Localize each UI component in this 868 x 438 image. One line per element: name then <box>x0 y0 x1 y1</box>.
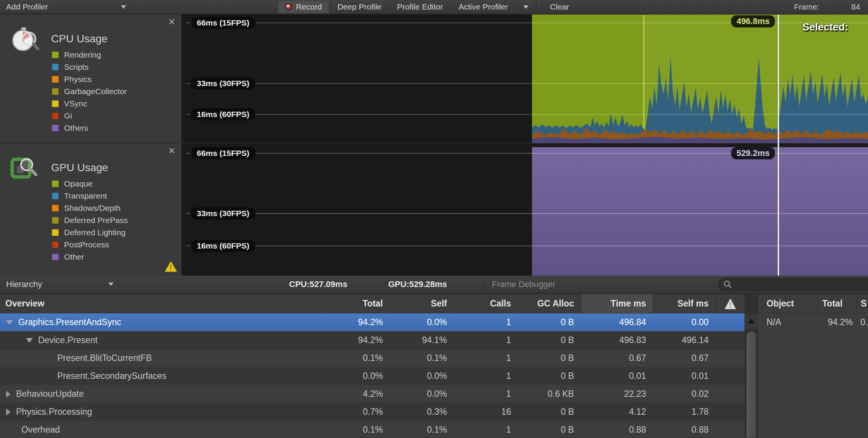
legend-item: Rendering <box>52 49 127 61</box>
legend-item: PostProcess <box>52 239 128 251</box>
column-header-time-ms[interactable]: Time ms <box>581 294 653 314</box>
table-row[interactable]: Physics.Processing 0.7% 0.3% 16 0 B 4.12… <box>0 403 744 421</box>
search-input[interactable] <box>718 278 868 291</box>
chevron-down-icon <box>121 5 126 9</box>
scroll-up-arrow-icon <box>748 319 755 323</box>
scripts-swatch-icon <box>52 64 59 71</box>
clear-button[interactable]: Clear <box>542 0 577 14</box>
view-mode-dropdown[interactable]: Hierarchy <box>6 276 113 293</box>
active-profiler-label: Active Profiler <box>458 2 508 11</box>
object-total: 94.2% <box>818 317 857 327</box>
table-row[interactable]: Present.BlitToCurrentFB 0.1% 0.1% 1 0 B … <box>0 349 744 367</box>
deep-profile-label: Deep Profile <box>338 2 382 11</box>
cpu-gridline-label-66ms: 66ms (15FPS) <box>191 17 256 29</box>
hierarchy-table: Overview Total Self Calls GC Alloc Time … <box>0 294 744 438</box>
rendering-swatch-icon <box>52 51 59 58</box>
expander-closed-icon[interactable] <box>6 409 11 416</box>
column-header-total[interactable]: Total <box>322 294 390 314</box>
cpu-gridline-label-16ms: 16ms (60FPS) <box>191 108 256 120</box>
gpu-gridline-label-66ms: 66ms (15FPS) <box>191 147 256 159</box>
cpu-gridline-label-33ms: 33ms (30FPS) <box>191 77 256 90</box>
divider <box>484 277 485 292</box>
row-label: Device.Present <box>38 335 98 345</box>
legend-item: Others <box>52 122 127 134</box>
chevron-down-icon <box>108 282 114 286</box>
column-header-self-ms[interactable]: Self ms <box>653 294 715 314</box>
table-row[interactable]: Present.SecondarySurfaces 0.0% 0.0% 1 0 … <box>0 367 744 385</box>
toolbar-button-group: Record Deep Profile Profile Editor Activ… <box>278 0 577 14</box>
object-name: N/A <box>758 317 818 327</box>
cpu-selected-frame-time-badge: 496.8ms <box>731 15 775 27</box>
opaque-swatch-icon <box>52 180 59 187</box>
cpu-frame-time: CPU:527.09ms <box>289 276 347 293</box>
legend-item: Shadows/Depth <box>52 202 128 214</box>
selected-frame-line[interactable] <box>778 14 779 276</box>
close-icon[interactable]: × <box>166 144 177 157</box>
close-icon[interactable]: × <box>166 15 177 28</box>
legend-item: VSync <box>52 98 127 110</box>
hierarchy-table-header: Overview Total Self Calls GC Alloc Time … <box>0 294 744 313</box>
garbagecollector-swatch-icon <box>52 88 59 95</box>
gpu-panel-title: GPU Usage <box>51 162 108 174</box>
column-header-gc-alloc[interactable]: GC Alloc <box>518 294 581 314</box>
table-row[interactable]: Overhead 0.1% 0.1% 1 0 B 0.88 0.88 <box>0 421 744 438</box>
column-header-self[interactable]: Self <box>390 294 454 314</box>
scrollbar-thumb[interactable] <box>746 331 757 438</box>
column-header-overview[interactable]: Overview <box>0 294 322 314</box>
frame-debugger-button[interactable]: Frame Debugger <box>492 276 555 293</box>
legend-item: Scripts <box>52 61 127 73</box>
deferred-lighting-swatch-icon <box>52 229 59 236</box>
transparent-swatch-icon <box>52 193 59 199</box>
profiler-modules-sidebar: CPU Usage × Rendering Scripts Physics Ga… <box>0 14 182 276</box>
cpu-panel-title: CPU Usage <box>51 33 108 45</box>
object-row[interactable]: N/A 94.2% 0. <box>758 313 868 331</box>
hierarchy-toolbar: Hierarchy CPU:527.09ms GPU:529.28ms Fram… <box>0 276 868 294</box>
object-panel-header: Object Total S <box>758 294 868 313</box>
table-row[interactable]: BehaviourUpdate 4.2% 0.0% 1 0.6 KB 22.23… <box>0 385 744 403</box>
add-profiler-dropdown[interactable]: Add Profiler <box>0 0 134 14</box>
clear-label: Clear <box>550 2 569 11</box>
selected-frame-caption: Selected: <box>802 21 848 33</box>
table-row[interactable]: Device.Present 94.2% 94.1% 1 0 B 496.83 … <box>0 331 744 349</box>
chevron-down-icon <box>523 5 529 9</box>
profile-editor-label: Profile Editor <box>397 2 443 11</box>
expander-closed-icon[interactable] <box>6 391 11 398</box>
column-header-object[interactable]: Object <box>758 294 818 314</box>
legend-item: Opaque <box>52 178 128 190</box>
legend-item: Gi <box>52 110 127 122</box>
gpu-frame-time: GPU:529.28ms <box>388 276 447 293</box>
warning-icon <box>164 260 177 274</box>
legend-item: Transparent <box>52 190 128 202</box>
row-label: Graphics.PresentAndSync <box>18 317 121 327</box>
profiler-toolbar: Add Profiler Record Deep Profile Profile… <box>0 0 868 14</box>
row-label: Overhead <box>21 425 60 435</box>
profile-editor-button[interactable]: Profile Editor <box>389 0 451 14</box>
column-header-object-total[interactable]: Total <box>818 294 857 314</box>
expander-open-icon[interactable] <box>26 338 33 343</box>
physics-swatch-icon <box>52 76 59 83</box>
hierarchy-panel: Overview Total Self Calls GC Alloc Time … <box>0 294 868 438</box>
legend-item: Deferred Lighting <box>52 226 128 239</box>
column-header-warnings[interactable] <box>715 294 744 314</box>
scroll-up-button[interactable] <box>744 313 758 329</box>
add-profiler-label: Add Profiler <box>6 2 48 11</box>
record-icon <box>285 3 292 10</box>
gpu-usage-module[interactable]: GPU Usage × Opaque Transparent Shadows/D… <box>0 143 181 275</box>
expander-open-icon[interactable] <box>6 320 13 325</box>
row-label: BehaviourUpdate <box>16 389 84 399</box>
gpu-profiler-icon <box>9 154 40 186</box>
active-profiler-dropdown[interactable]: Active Profiler <box>451 0 537 14</box>
vertical-scrollbar[interactable] <box>744 294 758 438</box>
row-label: Physics.Processing <box>16 407 92 417</box>
column-header-object-self[interactable]: S <box>857 294 868 314</box>
gpu-selected-frame-time-badge: 529.2ms <box>731 147 775 159</box>
column-header-calls[interactable]: Calls <box>454 294 518 314</box>
search-icon <box>723 280 732 289</box>
cpu-usage-module[interactable]: CPU Usage × Rendering Scripts Physics Ga… <box>0 14 181 143</box>
gpu-gridline-label-33ms: 33ms (30FPS) <box>191 207 256 220</box>
record-button[interactable]: Record <box>278 0 330 14</box>
others-swatch-icon <box>52 125 59 132</box>
table-row[interactable]: Graphics.PresentAndSync 94.2% 0.0% 1 0 B… <box>0 313 744 331</box>
deep-profile-button[interactable]: Deep Profile <box>330 0 390 14</box>
vsync-swatch-icon <box>52 100 59 107</box>
